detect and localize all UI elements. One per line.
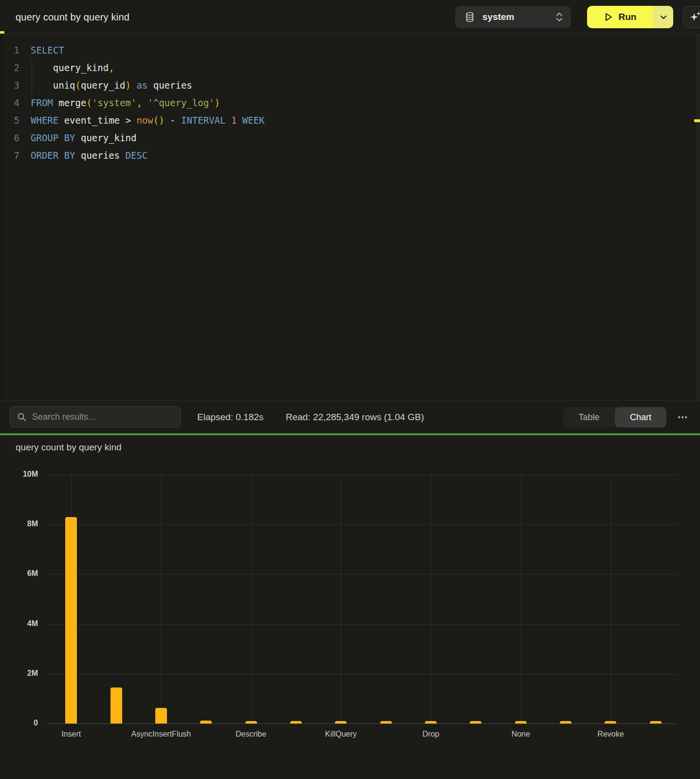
code-line: 4FROM merge('system', '^query_log') <box>0 94 700 111</box>
scrollbar-annotation-marker <box>694 119 700 122</box>
search-icon <box>17 412 26 422</box>
database-selector-value: system <box>482 12 515 22</box>
search-results-input[interactable] <box>32 412 173 422</box>
page-title: query count by query kind <box>16 0 129 34</box>
x-axis-tick-label: Insert <box>27 730 115 739</box>
x-axis-tick-label: KillQuery <box>297 730 385 739</box>
x-axis-tick-label: Describe <box>207 730 295 739</box>
database-icon <box>465 12 475 22</box>
more-options-button[interactable] <box>672 407 693 427</box>
gridline <box>47 574 678 575</box>
run-options-button[interactable] <box>653 6 673 28</box>
y-axis-tick-label: 2M <box>0 669 38 678</box>
gridline <box>47 475 678 475</box>
bar[interactable] <box>560 721 571 723</box>
bar[interactable] <box>200 721 212 723</box>
chevron-down-icon <box>660 15 667 19</box>
run-button[interactable]: Run <box>587 6 653 28</box>
gridline <box>251 475 252 723</box>
code-text: query_kind, <box>31 59 114 76</box>
code-line: 2 query_kind, <box>0 59 700 76</box>
code-text: GROUP BY query_kind <box>31 129 136 147</box>
gridline <box>341 475 341 723</box>
table-view-button[interactable]: Table <box>563 407 615 427</box>
bar[interactable] <box>290 721 302 723</box>
indent-guide <box>32 60 32 94</box>
run-split-button: Run <box>587 6 673 28</box>
ai-assist-button[interactable] <box>683 6 700 28</box>
y-axis-tick-label: 4M <box>0 619 38 628</box>
search-results-box <box>10 406 181 427</box>
x-axis-tick-label: None <box>477 730 565 739</box>
read-stat: Read: 22,285,349 rows (1.04 GB) <box>286 401 424 434</box>
bar[interactable] <box>65 517 77 723</box>
gridline <box>521 475 521 723</box>
bar-chart: 02M4M6M8M10MInsertAsyncInsertFlushDescri… <box>0 435 700 779</box>
code-text: WHERE event_time > now() - INTERVAL 1 WE… <box>31 111 265 129</box>
code-line: 7ORDER BY queries DESC <box>0 147 700 164</box>
bar[interactable] <box>155 708 167 723</box>
x-axis-tick-label: AsyncInsertFlush <box>117 730 205 739</box>
code-line: 3 uniq(query_id) as queries <box>0 76 700 94</box>
database-selector[interactable]: system <box>455 6 571 28</box>
run-button-label: Run <box>619 12 637 22</box>
code-text: uniq(query_id) as queries <box>31 76 192 94</box>
bar[interactable] <box>470 721 481 723</box>
bar[interactable] <box>605 721 616 723</box>
y-axis-tick-label: 0 <box>0 719 38 727</box>
code-text: SELECT <box>31 41 64 59</box>
code-line: 5WHERE event_time > now() - INTERVAL 1 W… <box>0 111 700 129</box>
chart-view-button[interactable]: Chart <box>615 407 666 427</box>
y-axis-tick-label: 6M <box>0 569 38 578</box>
sparkles-icon <box>689 11 700 23</box>
gridline <box>610 475 611 723</box>
editor-scrollbar[interactable] <box>697 34 700 400</box>
gridline <box>161 475 162 723</box>
elapsed-stat: Elapsed: 0.182s <box>197 401 263 434</box>
gridline <box>47 524 678 525</box>
bar[interactable] <box>515 721 527 723</box>
code-text: ORDER BY queries DESC <box>31 147 147 164</box>
bar[interactable] <box>111 687 122 723</box>
bar[interactable] <box>245 721 257 723</box>
bar[interactable] <box>650 721 662 723</box>
code-text: FROM merge('system', '^query_log') <box>31 94 220 111</box>
x-axis-tick-label: Revoke <box>567 730 654 739</box>
gridline <box>47 624 678 625</box>
ellipsis-icon <box>678 416 680 418</box>
view-toggle: Table Chart <box>563 407 666 427</box>
results-toolbar: Elapsed: 0.182s Read: 22,285,349 rows (1… <box>0 400 700 433</box>
bar[interactable] <box>425 721 437 723</box>
x-axis-line <box>47 723 678 724</box>
y-axis-tick-label: 8M <box>0 519 38 528</box>
play-icon <box>604 12 613 22</box>
updown-chevron-icon <box>555 12 563 22</box>
x-axis-tick-label: Drop <box>387 730 475 739</box>
bar[interactable] <box>335 721 347 723</box>
gridline <box>47 674 678 674</box>
bar[interactable] <box>380 721 392 723</box>
header-bar: query count by query kind system <box>0 0 700 34</box>
gridline <box>431 475 431 723</box>
code-line: 1SELECT <box>0 41 700 59</box>
y-axis-tick-label: 10M <box>0 470 38 479</box>
code-line: 6GROUP BY query_kind <box>0 129 700 147</box>
chart-panel: query count by query kind 02M4M6M8M10MIn… <box>0 435 700 779</box>
active-tab-indicator <box>0 31 4 34</box>
sql-editor[interactable]: 1SELECT2 query_kind,3 uniq(query_id) as … <box>0 34 700 400</box>
